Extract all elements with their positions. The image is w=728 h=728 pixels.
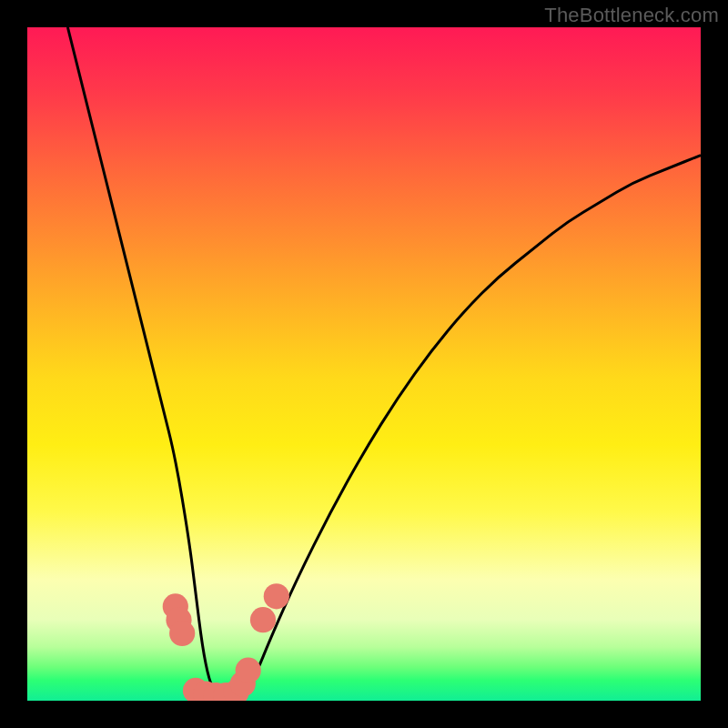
watermark-label: TheBottleneck.com <box>544 4 719 27</box>
plot-area <box>27 27 701 701</box>
chart-marker <box>236 658 261 683</box>
chart-marker <box>264 583 289 609</box>
chart-marker <box>250 607 276 632</box>
chart-svg <box>27 27 701 701</box>
chart-frame: TheBottleneck.com <box>0 0 728 728</box>
chart-marker <box>169 621 195 646</box>
bottleneck-curve <box>67 27 701 701</box>
